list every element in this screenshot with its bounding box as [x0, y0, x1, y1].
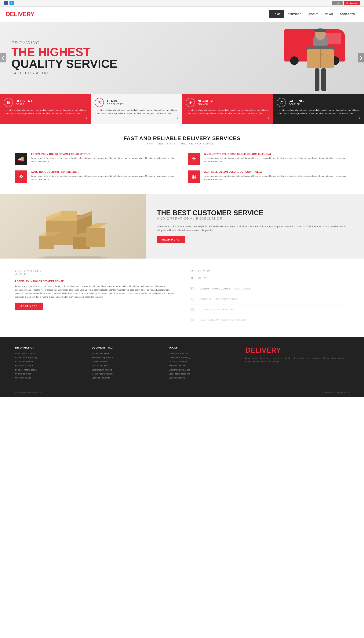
- feature-nearest-branch[interactable]: ◈ NEARESTBRANCH Lorem ipsum dolor sit am…: [182, 94, 273, 124]
- package-icon: ❖: [15, 170, 27, 183]
- footer-list-item: Conse ctetur adipiscing: [15, 356, 84, 359]
- truck-icon: 🚚: [15, 153, 27, 165]
- footer-list-item: Ut enim ad minim: [92, 360, 161, 363]
- cs-body: Lorem ipsum dolor sit amet conse ctetur …: [157, 225, 349, 232]
- services-grid: 🚚 LOREM IPSUM DOLOR SIT AMET CONSE CTETU…: [15, 153, 349, 183]
- footer-list-item: Elit sed do eiusmod: [15, 360, 84, 363]
- about-delivery-section: OUR COMPANY ABOUT LOREM IPSUM DOLOR SIT …: [0, 259, 364, 337]
- cs-text-area: THE BEST CUSTOMER SERVICE AND OPERATIONA…: [146, 200, 364, 253]
- footer-list-item: Lorem ipsum dolor sit: [92, 368, 161, 371]
- svg-rect-14: [321, 68, 326, 91]
- footer-bottom: www.freewebsitetemplates.com © Delivery …: [15, 388, 349, 393]
- nav-contacts[interactable]: CONTACTS: [336, 10, 358, 18]
- footer-list-item: Quis nost magna: [92, 364, 161, 367]
- nav-about[interactable]: ABOUT: [305, 10, 322, 18]
- footer-link[interactable]: Lorem ipsum dolor sit: [15, 352, 35, 355]
- footer-url[interactable]: www.freewebsitetemplates.com: [15, 391, 42, 393]
- feature-title: NEARESTBRANCH: [198, 99, 214, 106]
- location-icon: ◈: [186, 98, 195, 107]
- footer-list-item: Conse ctetur adipiscing: [168, 356, 238, 359]
- feature-subtitle: COURIER: [288, 103, 304, 106]
- svg-rect-3: [314, 30, 326, 31]
- solution-text: SUNT IN CULPA QUI OFFICIA DESER: [200, 319, 246, 321]
- feature-body: Lorem ipsum dolor sit amet conse ctetur …: [4, 109, 87, 115]
- customer-service-banner: THE BEST CUSTOMER SERVICE AND OPERATIONA…: [0, 194, 364, 259]
- calculator-icon: ▦: [188, 170, 200, 183]
- service-title: AUTE IRURE DOLOR IN REPREHENDERIT: [31, 170, 176, 173]
- service-title: LOREM IPSUM DOLOR SIT AMET CONSE CTETUR: [31, 153, 176, 155]
- arrow-icon: »: [358, 116, 360, 120]
- twitter-link[interactable]: t: [10, 1, 14, 5]
- slider-next-button[interactable]: ❯: [358, 53, 364, 63]
- services-subtitle: THAT MEET YOUR TIMELINE AND BUDGET.: [15, 142, 349, 145]
- solution-num: 02.: [190, 297, 197, 302]
- solution-item-4[interactable]: 04. SUNT IN CULPA QUI OFFICIA DESER: [190, 315, 349, 325]
- services-title: FAST AND RELIABLE DELIVERY SERVICES: [15, 135, 349, 141]
- slider-prev-button[interactable]: ❮: [0, 53, 6, 63]
- solution-text: LOREM IPSUM DOLOR SIT AMET CONSE: [200, 287, 251, 290]
- service-title: VELIT ESSE CILLUM DOLORE EU FUGIAT NULLA: [204, 170, 349, 173]
- arrow-icon: »: [268, 116, 269, 120]
- facebook-link[interactable]: f: [4, 1, 8, 5]
- about-read-more-button[interactable]: READ MORE: [15, 303, 43, 310]
- solution-item-3[interactable]: 03. CUPIDATAT NON PROIDENT: [190, 304, 349, 315]
- delivery-subtitle: SOLUTIONS: [190, 270, 349, 273]
- hero-tagline: 24 HOURS A DAY.: [12, 71, 117, 75]
- login-button[interactable]: Login: [332, 1, 342, 5]
- footer-col-delivery-to: DELIVERY TO... Incididunt ut labore Et d…: [92, 346, 161, 381]
- service-body: Lorem ipsum dolor sit amet conse ctetur …: [31, 157, 176, 163]
- svg-text:↑: ↑: [313, 54, 314, 57]
- about-body: Lorem ipsum dolor sit amet conse ctetur …: [15, 285, 174, 299]
- cs-read-more-button[interactable]: READ MORE: [157, 236, 185, 243]
- hero-title-red: THE HIGHEST: [12, 46, 117, 58]
- services-section: FAST AND RELIABLE DELIVERY SERVICES THAT…: [0, 124, 364, 194]
- service-item: ❖ AUTE IRURE DOLOR IN REPREHENDERIT Lore…: [15, 170, 176, 183]
- footer-list-item: Quis nost magna: [15, 376, 84, 379]
- solution-item-1[interactable]: 01. LOREM IPSUM DOLOR SIT AMET CONSE: [190, 284, 349, 294]
- footer-list-item: Conse ctetur adipiscing: [168, 372, 238, 375]
- nav-news[interactable]: NEWS: [322, 10, 336, 18]
- logo: DELIVERY: [6, 11, 34, 18]
- social-links: f t: [4, 1, 14, 5]
- about-title: OUR COMPANY ABOUT: [15, 270, 174, 276]
- calculator-icon: ▦: [4, 98, 13, 107]
- footer-list-item: Conse ctetur adipiscing: [92, 372, 161, 375]
- service-body: Lorem ipsum dolor sit amet conse ctetur …: [204, 174, 349, 181]
- feature-body: Lorem ipsum dolor sit amet conse ctetur …: [277, 109, 360, 115]
- footer-list-item: Incididunt ut labore: [168, 364, 238, 367]
- cs-subtitle: AND OPERATIONAL EXCELLENCE: [157, 217, 349, 221]
- feature-body: Lorem ipsum dolor sit amet conse ctetur …: [186, 109, 269, 115]
- feature-delivery-costs[interactable]: ▦ DELIVERYCOSTS Lorem ipsum dolor sit am…: [0, 94, 91, 124]
- footer-col-heading: DELIVERY TO...: [92, 346, 161, 349]
- feature-top: ◈ NEARESTBRANCH: [186, 98, 269, 107]
- service-title: IN VOLUPTATE VELIT ESSE CILLUM DOLORE EU…: [204, 153, 349, 155]
- feature-title: CALLINGCOURIER: [288, 99, 304, 106]
- plane-icon: ✈: [188, 153, 200, 165]
- feature-top: ✆ CALLINGCOURIER: [277, 98, 360, 107]
- nav-home[interactable]: HOME: [269, 10, 284, 18]
- feature-calling-courier[interactable]: ✆ CALLINGCOURIER Lorem ipsum dolor sit a…: [273, 94, 364, 124]
- service-body: Lorem ipsum dolor sit amet conse ctetur …: [31, 174, 176, 181]
- register-button[interactable]: Registration: [344, 1, 360, 5]
- clock-icon: ◷: [95, 98, 104, 107]
- footer-list-item: Elit sed do eiusmod: [92, 376, 161, 379]
- solution-num: 03.: [190, 307, 197, 312]
- svg-point-27: [39, 256, 107, 259]
- logo-prefix: D: [6, 11, 10, 18]
- nav-services[interactable]: SERVICES: [284, 10, 305, 18]
- solution-item-2[interactable]: 02. EXCEPTEUR SINT OCCAECAT: [190, 294, 349, 304]
- footer-list-item: Incididunt ut labore: [92, 352, 161, 355]
- feature-title: DELIVERYCOSTS: [16, 99, 32, 106]
- footer-list-item: Et dolore magna aliqua: [168, 368, 238, 371]
- main-nav: HOME SERVICES ABOUT NEWS CONTACTS: [269, 10, 358, 18]
- delivery-person: ↑ ☂ ☞: [296, 29, 345, 94]
- solution-num: 01.: [190, 286, 197, 291]
- auth-buttons: Login Registration: [332, 1, 360, 5]
- feature-terms[interactable]: ◷ TERMSOF DELIVERY Lorem ipsum dolor sit…: [91, 94, 182, 124]
- hero-text: PROVIDING THE HIGHEST QUALITY SERVICE 24…: [12, 41, 117, 75]
- about-heading: LOREM IPSUM DOLOR SIT AMET CONSE: [15, 280, 174, 283]
- service-item: ▦ VELIT ESSE CILLUM DOLORE EU FUGIAT NUL…: [188, 170, 349, 183]
- hero-section: ↑ ☂ ☞ ❮ PROVIDING THE HIGHEST QUALITY SE…: [0, 22, 364, 94]
- footer-list-item: Incididunt ut labore: [15, 364, 84, 367]
- svg-text:☂: ☂: [320, 54, 324, 57]
